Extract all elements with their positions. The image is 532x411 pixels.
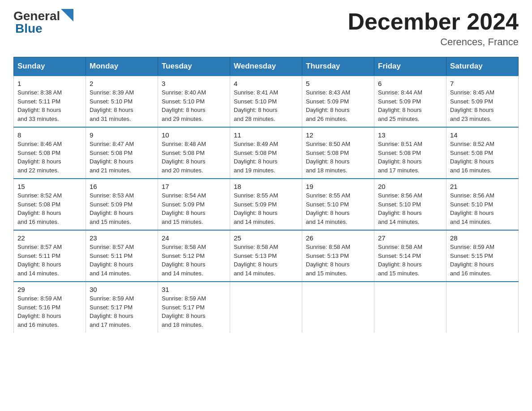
logo-blue-text: Blue bbox=[15, 21, 43, 35]
day-cell: 6Sunrise: 8:44 AMSunset: 5:09 PMDaylight… bbox=[374, 76, 446, 127]
day-cell bbox=[302, 282, 374, 333]
day-number: 3 bbox=[162, 80, 226, 87]
day-cell bbox=[230, 282, 302, 333]
day-number: 5 bbox=[306, 80, 370, 87]
day-number: 20 bbox=[378, 183, 442, 190]
calendar-title-area: December 2024 Cerences, France bbox=[348, 9, 519, 48]
day-info: Sunrise: 8:57 AMSunset: 5:11 PMDaylight:… bbox=[90, 244, 134, 277]
day-header-monday: Monday bbox=[86, 57, 158, 76]
day-info: Sunrise: 8:41 AMSunset: 5:10 PMDaylight:… bbox=[234, 89, 278, 122]
day-cell: 2Sunrise: 8:39 AMSunset: 5:10 PMDaylight… bbox=[86, 76, 158, 127]
day-number: 30 bbox=[90, 286, 154, 293]
day-number: 8 bbox=[17, 131, 82, 139]
day-number: 23 bbox=[90, 234, 154, 242]
day-cell: 7Sunrise: 8:45 AMSunset: 5:09 PMDaylight… bbox=[446, 76, 519, 127]
day-cell: 30Sunrise: 8:59 AMSunset: 5:17 PMDayligh… bbox=[86, 282, 158, 333]
day-info: Sunrise: 8:50 AMSunset: 5:08 PMDaylight:… bbox=[306, 141, 350, 174]
day-cell: 16Sunrise: 8:53 AMSunset: 5:09 PMDayligh… bbox=[86, 179, 158, 230]
day-number: 17 bbox=[162, 183, 226, 190]
day-header-tuesday: Tuesday bbox=[158, 57, 230, 76]
svg-marker-0 bbox=[61, 9, 73, 21]
day-cell: 22Sunrise: 8:57 AMSunset: 5:11 PMDayligh… bbox=[14, 230, 86, 282]
day-info: Sunrise: 8:44 AMSunset: 5:09 PMDaylight:… bbox=[378, 89, 422, 122]
week-row-3: 15Sunrise: 8:52 AMSunset: 5:08 PMDayligh… bbox=[14, 179, 519, 230]
day-info: Sunrise: 8:47 AMSunset: 5:08 PMDaylight:… bbox=[90, 141, 134, 174]
day-number: 10 bbox=[162, 131, 226, 139]
day-cell: 24Sunrise: 8:58 AMSunset: 5:12 PMDayligh… bbox=[158, 230, 230, 282]
day-info: Sunrise: 8:54 AMSunset: 5:09 PMDaylight:… bbox=[162, 192, 206, 225]
day-info: Sunrise: 8:52 AMSunset: 5:08 PMDaylight:… bbox=[17, 192, 62, 225]
days-header-row: SundayMondayTuesdayWednesdayThursdayFrid… bbox=[14, 57, 519, 76]
day-cell: 23Sunrise: 8:57 AMSunset: 5:11 PMDayligh… bbox=[86, 230, 158, 282]
day-cell: 20Sunrise: 8:56 AMSunset: 5:10 PMDayligh… bbox=[374, 179, 446, 230]
day-number: 25 bbox=[234, 234, 298, 242]
day-info: Sunrise: 8:49 AMSunset: 5:08 PMDaylight:… bbox=[234, 141, 278, 174]
day-number: 14 bbox=[450, 131, 515, 139]
day-cell: 15Sunrise: 8:52 AMSunset: 5:08 PMDayligh… bbox=[14, 179, 86, 230]
day-number: 19 bbox=[306, 183, 370, 190]
day-number: 16 bbox=[90, 183, 154, 190]
calendar-table: SundayMondayTuesdayWednesdayThursdayFrid… bbox=[13, 57, 519, 333]
day-cell: 18Sunrise: 8:55 AMSunset: 5:09 PMDayligh… bbox=[230, 179, 302, 230]
day-cell: 4Sunrise: 8:41 AMSunset: 5:10 PMDaylight… bbox=[230, 76, 302, 127]
day-number: 27 bbox=[378, 234, 442, 242]
calendar-subtitle: Cerences, France bbox=[348, 36, 519, 48]
day-number: 15 bbox=[17, 183, 82, 190]
day-header-friday: Friday bbox=[374, 57, 446, 76]
day-cell: 13Sunrise: 8:51 AMSunset: 5:08 PMDayligh… bbox=[374, 127, 446, 179]
day-info: Sunrise: 8:59 AMSunset: 5:17 PMDaylight:… bbox=[90, 295, 134, 328]
day-cell: 5Sunrise: 8:43 AMSunset: 5:09 PMDaylight… bbox=[302, 76, 374, 127]
day-info: Sunrise: 8:39 AMSunset: 5:10 PMDaylight:… bbox=[90, 89, 134, 122]
day-number: 22 bbox=[17, 234, 82, 242]
day-cell: 3Sunrise: 8:40 AMSunset: 5:10 PMDaylight… bbox=[158, 76, 230, 127]
day-cell: 27Sunrise: 8:58 AMSunset: 5:14 PMDayligh… bbox=[374, 230, 446, 282]
day-cell: 9Sunrise: 8:47 AMSunset: 5:08 PMDaylight… bbox=[86, 127, 158, 179]
day-header-wednesday: Wednesday bbox=[230, 57, 302, 76]
day-cell: 8Sunrise: 8:46 AMSunset: 5:08 PMDaylight… bbox=[14, 127, 86, 179]
day-cell bbox=[446, 282, 519, 333]
day-info: Sunrise: 8:55 AMSunset: 5:09 PMDaylight:… bbox=[234, 192, 278, 225]
day-cell: 21Sunrise: 8:56 AMSunset: 5:10 PMDayligh… bbox=[446, 179, 519, 230]
day-number: 12 bbox=[306, 131, 370, 139]
day-info: Sunrise: 8:38 AMSunset: 5:11 PMDaylight:… bbox=[17, 89, 62, 122]
day-info: Sunrise: 8:58 AMSunset: 5:13 PMDaylight:… bbox=[234, 244, 278, 277]
day-info: Sunrise: 8:58 AMSunset: 5:12 PMDaylight:… bbox=[162, 244, 206, 277]
day-cell: 14Sunrise: 8:52 AMSunset: 5:08 PMDayligh… bbox=[446, 127, 519, 179]
day-info: Sunrise: 8:40 AMSunset: 5:10 PMDaylight:… bbox=[162, 89, 206, 122]
day-number: 18 bbox=[234, 183, 298, 190]
day-cell: 17Sunrise: 8:54 AMSunset: 5:09 PMDayligh… bbox=[158, 179, 230, 230]
day-cell bbox=[374, 282, 446, 333]
day-number: 4 bbox=[234, 80, 298, 87]
day-info: Sunrise: 8:58 AMSunset: 5:14 PMDaylight:… bbox=[378, 244, 422, 277]
day-cell: 12Sunrise: 8:50 AMSunset: 5:08 PMDayligh… bbox=[302, 127, 374, 179]
day-info: Sunrise: 8:56 AMSunset: 5:10 PMDaylight:… bbox=[378, 192, 422, 225]
day-header-sunday: Sunday bbox=[14, 57, 86, 76]
logo: General Blue bbox=[13, 9, 74, 36]
day-cell: 26Sunrise: 8:58 AMSunset: 5:13 PMDayligh… bbox=[302, 230, 374, 282]
week-row-2: 8Sunrise: 8:46 AMSunset: 5:08 PMDaylight… bbox=[14, 127, 519, 179]
day-number: 24 bbox=[162, 234, 226, 242]
day-info: Sunrise: 8:51 AMSunset: 5:08 PMDaylight:… bbox=[378, 141, 422, 174]
week-row-5: 29Sunrise: 8:59 AMSunset: 5:16 PMDayligh… bbox=[14, 282, 519, 333]
week-row-1: 1Sunrise: 8:38 AMSunset: 5:11 PMDaylight… bbox=[14, 76, 519, 127]
calendar-title: December 2024 bbox=[348, 9, 519, 34]
day-header-saturday: Saturday bbox=[446, 57, 519, 76]
day-cell: 19Sunrise: 8:55 AMSunset: 5:10 PMDayligh… bbox=[302, 179, 374, 230]
day-cell: 10Sunrise: 8:48 AMSunset: 5:08 PMDayligh… bbox=[158, 127, 230, 179]
day-number: 26 bbox=[306, 234, 370, 242]
week-row-4: 22Sunrise: 8:57 AMSunset: 5:11 PMDayligh… bbox=[14, 230, 519, 282]
day-info: Sunrise: 8:45 AMSunset: 5:09 PMDaylight:… bbox=[450, 89, 494, 122]
page-header: General Blue December 2024 Cerences, Fra… bbox=[13, 9, 519, 48]
day-info: Sunrise: 8:43 AMSunset: 5:09 PMDaylight:… bbox=[306, 89, 350, 122]
day-info: Sunrise: 8:46 AMSunset: 5:08 PMDaylight:… bbox=[17, 141, 62, 174]
day-number: 7 bbox=[450, 80, 515, 87]
day-info: Sunrise: 8:59 AMSunset: 5:17 PMDaylight:… bbox=[162, 295, 206, 328]
day-info: Sunrise: 8:56 AMSunset: 5:10 PMDaylight:… bbox=[450, 192, 494, 225]
day-cell: 28Sunrise: 8:59 AMSunset: 5:15 PMDayligh… bbox=[446, 230, 519, 282]
day-number: 21 bbox=[450, 183, 515, 190]
day-info: Sunrise: 8:52 AMSunset: 5:08 PMDaylight:… bbox=[450, 141, 494, 174]
day-info: Sunrise: 8:59 AMSunset: 5:15 PMDaylight:… bbox=[450, 244, 494, 277]
day-number: 31 bbox=[162, 286, 226, 293]
day-cell: 31Sunrise: 8:59 AMSunset: 5:17 PMDayligh… bbox=[158, 282, 230, 333]
day-info: Sunrise: 8:58 AMSunset: 5:13 PMDaylight:… bbox=[306, 244, 350, 277]
